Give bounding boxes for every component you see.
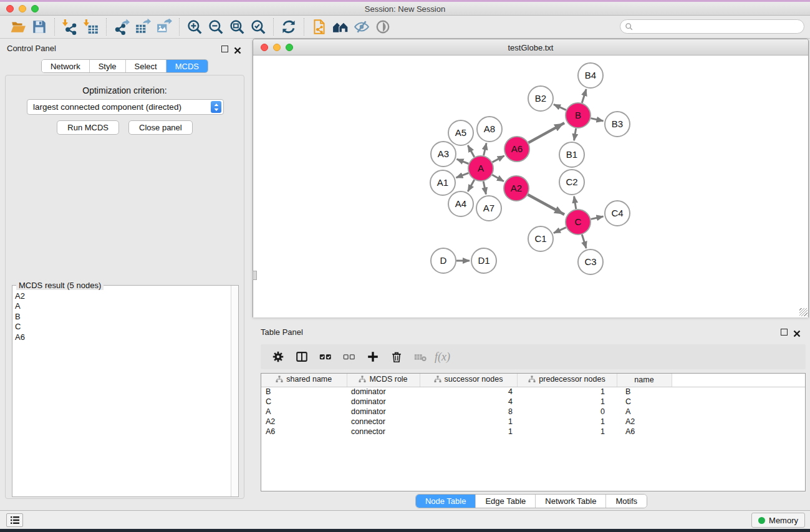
graph-node-B4[interactable]: B4 <box>578 63 603 88</box>
graph-node-C4[interactable]: C4 <box>605 201 630 226</box>
apply-layout-button[interactable] <box>278 17 299 36</box>
show-panel-button[interactable] <box>372 17 393 36</box>
zoom-selected-button[interactable] <box>248 17 269 36</box>
network-canvas[interactable]: B4B2BB3A8A5A6A3B1AA1C2A2A4A7C4CC1C3DD1 <box>253 56 808 317</box>
tab-edge-table[interactable]: Edge Table <box>476 495 536 508</box>
export-network-button[interactable] <box>111 17 132 36</box>
graph-edge-B-B1[interactable] <box>574 128 576 141</box>
column-header-name[interactable]: name <box>617 374 672 387</box>
column-header-shared-name[interactable]: shared name <box>261 374 347 387</box>
column-header-mcds-role[interactable]: MCDS role <box>347 374 420 387</box>
export-table-button[interactable] <box>132 17 153 36</box>
import-table-button[interactable] <box>80 17 102 36</box>
graph-node-A[interactable]: A <box>468 156 493 181</box>
graph-node-B3[interactable]: B3 <box>605 112 630 137</box>
table-row[interactable]: A6connector11A6 <box>261 427 805 437</box>
tab-network[interactable]: Network <box>42 60 90 72</box>
delete-columns-button[interactable] <box>385 347 408 367</box>
delete-table-button[interactable] <box>408 347 432 367</box>
deselect-all-button[interactable] <box>337 347 361 367</box>
tab-node-table[interactable]: Node Table <box>416 495 476 508</box>
import-network-button[interactable] <box>59 17 80 36</box>
graph-node-C3[interactable]: C3 <box>578 249 603 274</box>
graph-edge-B-B3[interactable] <box>591 118 604 121</box>
graph-edge-C-C3[interactable] <box>582 235 586 248</box>
function-builder-button[interactable]: f(x) <box>432 351 450 364</box>
table-row[interactable]: Bdominator41B <box>261 387 805 397</box>
graph-node-D[interactable]: D <box>431 248 456 273</box>
graph-node-D1[interactable]: D1 <box>471 248 496 273</box>
column-header-successor-nodes[interactable]: successor nodes <box>420 374 517 387</box>
graph-node-C[interactable]: C <box>566 210 591 235</box>
mcds-result-item[interactable]: B <box>15 312 231 322</box>
search-input[interactable] <box>634 21 804 32</box>
graph-edge-A-A8[interactable] <box>484 143 486 156</box>
float-panel-icon[interactable] <box>221 46 228 52</box>
graph-edge-A-A5[interactable] <box>468 145 474 157</box>
tab-select[interactable]: Select <box>126 60 166 72</box>
search-field[interactable] <box>620 19 804 34</box>
export-image-button[interactable] <box>153 17 175 36</box>
add-column-button[interactable] <box>361 347 385 367</box>
graph-node-A1[interactable]: A1 <box>430 170 455 195</box>
graph-node-C1[interactable]: C1 <box>528 226 553 251</box>
mcds-result-item[interactable]: A6 <box>15 332 231 342</box>
graph-node-A2[interactable]: A2 <box>504 176 529 201</box>
graph-node-A7[interactable]: A7 <box>476 196 501 221</box>
graph-node-A5[interactable]: A5 <box>448 120 473 145</box>
mcds-result-item[interactable]: A2 <box>15 291 231 301</box>
graph-node-B2[interactable]: B2 <box>528 86 553 111</box>
graph-edge-C-C4[interactable] <box>591 216 604 219</box>
run-mcds-button[interactable]: Run MCDS <box>57 120 119 135</box>
column-header-predecessor-nodes[interactable]: predecessor nodes <box>517 374 617 387</box>
hide-panel-button[interactable] <box>351 17 372 36</box>
table-settings-button[interactable] <box>266 347 290 367</box>
tab-motifs[interactable]: Motifs <box>606 495 647 508</box>
table-row[interactable]: A2connector11A2 <box>261 417 805 427</box>
graph-edge-B-B4[interactable] <box>582 89 586 103</box>
graph-edge-A6-B[interactable] <box>528 123 564 143</box>
select-all-button[interactable] <box>314 347 337 367</box>
close-panel-icon[interactable] <box>234 46 241 53</box>
window-left-grip[interactable] <box>253 271 257 280</box>
graph-edge-A-A4[interactable] <box>468 180 474 191</box>
save-session-button[interactable] <box>29 17 50 36</box>
mcds-result-item[interactable]: A <box>15 301 231 311</box>
table-row[interactable]: Cdominator41C <box>261 397 805 407</box>
memory-button[interactable]: Memory <box>751 513 805 528</box>
graph-edge-A-A7[interactable] <box>483 181 486 195</box>
zoom-fit-button[interactable] <box>226 17 248 36</box>
zoom-out-button[interactable] <box>205 17 226 36</box>
tab-mcds[interactable]: MCDS <box>166 60 208 72</box>
network-document-button[interactable] <box>309 17 330 36</box>
open-file-button[interactable] <box>7 17 29 36</box>
graph-node-A4[interactable]: A4 <box>448 191 473 216</box>
graph-node-B[interactable]: B <box>566 103 591 128</box>
criterion-dropdown[interactable]: largest connected component (directed) <box>27 99 224 115</box>
float-table-panel-icon[interactable] <box>781 329 788 336</box>
mcds-result-item[interactable]: C <box>15 322 231 332</box>
close-table-panel-icon[interactable] <box>793 329 801 336</box>
zoom-in-button[interactable] <box>184 17 205 36</box>
close-panel-button[interactable]: Close panel <box>128 120 193 135</box>
graph-edge-A-A2[interactable] <box>492 175 504 181</box>
graph-node-A8[interactable]: A8 <box>477 117 502 142</box>
result-scrollbar[interactable] <box>231 286 238 496</box>
graph-edge-C-C2[interactable] <box>574 196 576 210</box>
graph-edge-A-A1[interactable] <box>456 173 469 178</box>
home-button[interactable] <box>330 17 351 36</box>
split-view-button[interactable] <box>290 347 314 367</box>
graph-node-A3[interactable]: A3 <box>431 142 456 167</box>
tab-style[interactable]: Style <box>90 60 126 72</box>
graph-edge-A-A6[interactable] <box>493 156 504 162</box>
graph-node-C2[interactable]: C2 <box>559 170 584 195</box>
task-history-button[interactable] <box>6 513 23 527</box>
window-resize-grip[interactable] <box>799 308 808 316</box>
graph-edge-B-B2[interactable] <box>554 104 566 110</box>
graph-node-A6[interactable]: A6 <box>504 137 529 162</box>
graph-node-B1[interactable]: B1 <box>559 142 584 167</box>
graph-edge-A2-C[interactable] <box>528 195 564 215</box>
tab-network-table[interactable]: Network Table <box>536 495 606 508</box>
graph-edge-A-A3[interactable] <box>457 159 469 163</box>
graph-edge-C-C1[interactable] <box>554 228 566 233</box>
